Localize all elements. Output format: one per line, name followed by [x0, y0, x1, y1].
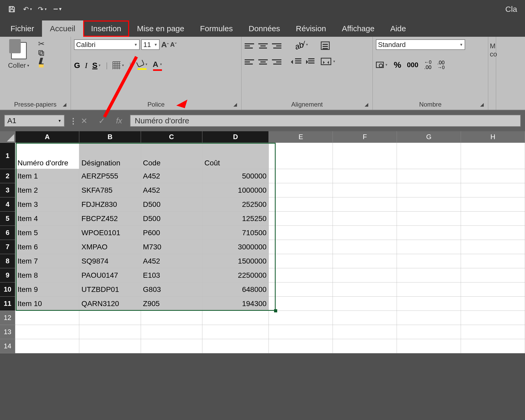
cell[interactable] [141, 339, 202, 353]
row-header[interactable]: 11 [0, 297, 15, 311]
cell[interactable]: SKFA785 [79, 183, 141, 197]
cell[interactable] [333, 339, 397, 353]
tab-accueil[interactable]: Accueil [42, 20, 83, 37]
cell[interactable] [269, 325, 333, 339]
cell[interactable]: Item 2 [15, 183, 79, 197]
cell[interactable] [333, 282, 397, 297]
row-header[interactable]: 12 [0, 311, 15, 325]
alignment-launcher-icon[interactable]: ◢ [365, 102, 368, 107]
cut-icon[interactable]: ✂ [37, 40, 45, 47]
cell[interactable]: Z905 [141, 297, 202, 311]
cell[interactable] [269, 143, 333, 169]
align-bottom-icon[interactable] [272, 42, 281, 50]
cell[interactable] [333, 325, 397, 339]
cell[interactable] [269, 183, 333, 197]
cell[interactable] [269, 197, 333, 212]
cell[interactable]: Numéro d'ordre [15, 143, 79, 169]
cell[interactable]: Item 6 [15, 240, 79, 254]
col-header-g[interactable]: G [397, 131, 461, 143]
cell[interactable] [397, 169, 461, 183]
cell[interactable] [141, 325, 202, 339]
cell[interactable] [15, 311, 79, 325]
cell[interactable]: 3000000 [202, 240, 269, 254]
cell[interactable] [461, 254, 525, 268]
row-header[interactable]: 7 [0, 240, 15, 254]
row-header[interactable]: 2 [0, 169, 15, 183]
undo-button[interactable]: ↶ ▼ [23, 5, 33, 13]
italic-button[interactable]: I [85, 61, 87, 70]
cell[interactable] [461, 143, 525, 169]
cell[interactable] [397, 311, 461, 325]
cell[interactable] [269, 169, 333, 183]
cell[interactable]: P600 [141, 226, 202, 240]
row-header[interactable]: 9 [0, 268, 15, 282]
tab-revision[interactable]: Révision [288, 20, 334, 37]
align-center-icon[interactable] [258, 58, 268, 66]
cell[interactable] [202, 325, 269, 339]
cell[interactable]: Item 3 [15, 197, 79, 212]
tab-fichier[interactable]: Fichier [3, 20, 42, 37]
cell[interactable] [397, 268, 461, 282]
cell[interactable]: 710500 [202, 226, 269, 240]
worksheet[interactable]: A B C D E F G H 1 Numéro d'ordre Désigna… [0, 131, 525, 353]
cell[interactable] [397, 297, 461, 311]
cell[interactable] [461, 282, 525, 297]
orientation-icon[interactable]: ab⁄▼ [293, 38, 309, 51]
font-name-combo[interactable]: Calibri▼ [74, 39, 140, 50]
cell[interactable] [397, 197, 461, 212]
cell[interactable]: 252500 [202, 197, 269, 212]
save-icon[interactable] [8, 5, 16, 13]
formula-input[interactable]: Numéro d'ordre [130, 115, 521, 127]
name-box[interactable]: A1▼ [4, 115, 65, 127]
copy-icon[interactable] [37, 50, 45, 56]
cell[interactable]: 648000 [202, 282, 269, 297]
cell[interactable] [79, 311, 141, 325]
customize-qat-button[interactable]: ▼ [54, 7, 62, 12]
decrease-decimal-button[interactable]: .00→0 [437, 60, 445, 70]
align-left-icon[interactable] [245, 58, 254, 66]
cancel-formula-button[interactable]: ✕ [78, 116, 91, 125]
cell[interactable]: Item 5 [15, 226, 79, 240]
cell[interactable] [333, 183, 397, 197]
cell[interactable]: A452 [141, 169, 202, 183]
cell[interactable] [269, 339, 333, 353]
redo-button[interactable]: ↷ ▼ [38, 5, 47, 13]
cell[interactable] [461, 240, 525, 254]
cell[interactable] [333, 197, 397, 212]
row-header[interactable]: 10 [0, 282, 15, 297]
align-middle-icon[interactable] [258, 42, 268, 50]
cell[interactable] [461, 325, 525, 339]
borders-button[interactable]: ▼ [113, 61, 125, 69]
cell[interactable]: FBCPZ452 [79, 212, 141, 226]
cell[interactable]: A452 [141, 254, 202, 268]
accounting-format-button[interactable]: ▼ [376, 62, 388, 68]
tab-affichage[interactable]: Affichage [334, 20, 382, 37]
cell[interactable] [269, 240, 333, 254]
wrap-text-icon[interactable] [321, 41, 330, 50]
font-launcher-icon[interactable]: ◢ [233, 102, 237, 107]
cell[interactable]: XMPAO [79, 240, 141, 254]
cell[interactable] [202, 339, 269, 353]
decrease-font-icon[interactable]: Aˇ [170, 41, 176, 48]
increase-decimal-button[interactable]: ←0.00 [424, 60, 432, 70]
col-header-a[interactable]: A [15, 131, 80, 143]
cell[interactable] [269, 212, 333, 226]
cell[interactable] [397, 254, 461, 268]
row-header[interactable]: 8 [0, 254, 15, 268]
cell[interactable] [461, 212, 525, 226]
cell[interactable]: AERZP555 [79, 169, 141, 183]
cell[interactable]: 194300 [202, 297, 269, 311]
col-header-h[interactable]: H [461, 131, 525, 143]
cell[interactable]: Désignation [79, 143, 141, 169]
cell[interactable] [269, 254, 333, 268]
cell[interactable]: 1500000 [202, 254, 269, 268]
row-header[interactable]: 6 [0, 226, 15, 240]
increase-font-icon[interactable]: Aˆ [161, 40, 169, 49]
cell[interactable]: WPOE0101 [79, 226, 141, 240]
align-right-icon[interactable] [272, 58, 281, 66]
cell[interactable]: G803 [141, 282, 202, 297]
col-header-b[interactable]: B [79, 131, 141, 143]
cell[interactable]: Item 8 [15, 268, 79, 282]
row-header[interactable]: 13 [0, 325, 15, 339]
cell[interactable] [269, 311, 333, 325]
